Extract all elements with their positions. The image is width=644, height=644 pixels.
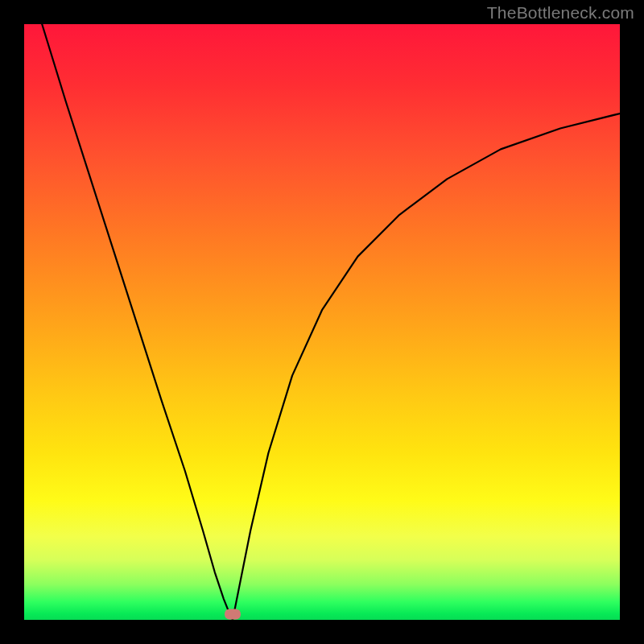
curve-left-branch [42,24,233,620]
curve-right-branch [233,114,620,620]
plot-area [24,24,620,620]
chart-frame: TheBottleneck.com [0,0,644,644]
curve-svg [24,24,620,620]
watermark-text: TheBottleneck.com [487,3,634,23]
minimum-marker [225,609,241,619]
